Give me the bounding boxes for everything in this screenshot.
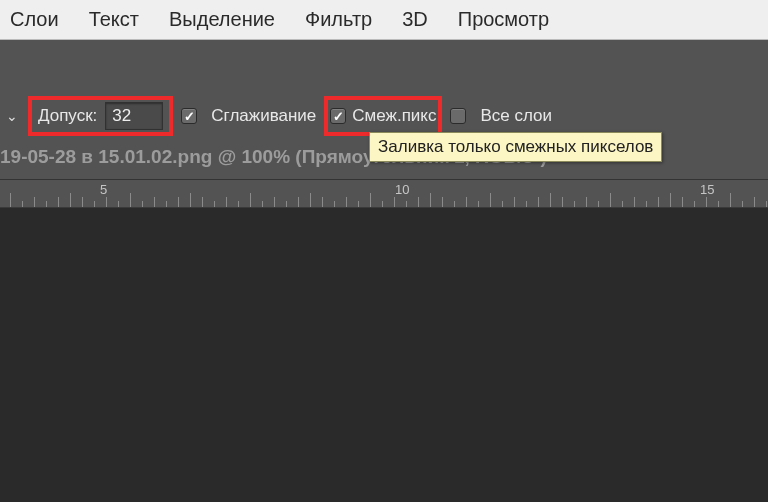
menu-view[interactable]: Просмотр: [458, 8, 549, 31]
ruler-tick: [238, 201, 239, 207]
menu-3d[interactable]: 3D: [402, 8, 428, 31]
ruler-tick: [730, 193, 731, 207]
ruler-tick: [34, 197, 35, 207]
ruler-tick: [706, 197, 707, 207]
ruler-tick: [214, 201, 215, 207]
tolerance-label: Допуск:: [38, 106, 97, 126]
ruler-tick: [682, 197, 683, 207]
ruler-tick: [46, 201, 47, 207]
ruler-tick: [142, 201, 143, 207]
ruler-tick: [166, 201, 167, 207]
ruler-tick: [274, 197, 275, 207]
contiguous-highlight: Смеж.пикс: [324, 96, 442, 136]
chevron-down-icon[interactable]: ⌄: [4, 108, 20, 124]
ruler-tick: [322, 197, 323, 207]
ruler-tick: [58, 197, 59, 207]
ruler-tick: [226, 197, 227, 207]
ruler-tick: [130, 193, 131, 207]
ruler-tick: [586, 197, 587, 207]
ruler-tick: [442, 197, 443, 207]
ruler-tick: [478, 201, 479, 207]
canvas-area[interactable]: [0, 208, 768, 502]
antialias-checkbox[interactable]: [181, 108, 197, 124]
ruler-tick: [742, 201, 743, 207]
ruler-label: 10: [395, 182, 409, 197]
ruler-tick: [334, 201, 335, 207]
all-layers-label[interactable]: Все слои: [480, 106, 552, 126]
ruler-tick: [466, 197, 467, 207]
ruler-tick: [106, 197, 107, 207]
ruler-tick: [262, 201, 263, 207]
ruler-tick: [526, 201, 527, 207]
ruler-tick: [298, 197, 299, 207]
ruler-tick: [754, 197, 755, 207]
ruler-tick: [502, 201, 503, 207]
contiguous-label[interactable]: Смеж.пикс: [352, 106, 436, 126]
ruler-tick: [490, 193, 491, 207]
ruler-tick: [10, 193, 11, 207]
ruler-tick: [718, 201, 719, 207]
ruler-tick: [22, 201, 23, 207]
ruler-tick: [394, 197, 395, 207]
ruler-tick: [550, 193, 551, 207]
ruler-tick: [418, 197, 419, 207]
menu-text[interactable]: Текст: [89, 8, 139, 31]
antialias-label[interactable]: Сглаживание: [211, 106, 316, 126]
ruler-tick: [406, 201, 407, 207]
ruler-tick: [250, 193, 251, 207]
ruler-tick: [538, 197, 539, 207]
menu-select[interactable]: Выделение: [169, 8, 275, 31]
main-menu-bar: Слои Текст Выделение Фильтр 3D Просмотр: [0, 0, 768, 40]
tolerance-input[interactable]: 32: [105, 102, 163, 130]
ruler-tick: [694, 201, 695, 207]
ruler-tick: [178, 197, 179, 207]
ruler-tick: [70, 193, 71, 207]
ruler-tick: [94, 201, 95, 207]
ruler-tick: [370, 193, 371, 207]
ruler-tick: [514, 197, 515, 207]
horizontal-ruler: 51015: [0, 180, 768, 208]
menu-layers[interactable]: Слои: [10, 8, 59, 31]
ruler-tick: [430, 193, 431, 207]
ruler-tick: [382, 201, 383, 207]
tooltip: Заливка только смежных пикселов: [369, 132, 662, 162]
ruler-tick: [646, 201, 647, 207]
tolerance-highlight: Допуск: 32: [28, 96, 173, 136]
ruler-label: 15: [700, 182, 714, 197]
ruler-tick: [358, 201, 359, 207]
all-layers-checkbox[interactable]: [450, 108, 466, 124]
contiguous-checkbox[interactable]: [330, 108, 346, 124]
ruler-tick: [202, 197, 203, 207]
ruler-tick: [154, 197, 155, 207]
ruler-tick: [562, 197, 563, 207]
ruler-tick: [310, 193, 311, 207]
tool-options-bar: ⌄ Допуск: 32 Сглаживание Смеж.пикс Все с…: [0, 92, 768, 140]
ruler-tick: [670, 193, 671, 207]
ruler-tick: [286, 201, 287, 207]
spacer: [0, 40, 768, 92]
ruler-label: 5: [100, 182, 107, 197]
ruler-tick: [82, 197, 83, 207]
ruler-tick: [598, 201, 599, 207]
ruler-tick: [658, 197, 659, 207]
ruler-tick: [118, 201, 119, 207]
ruler-tick: [610, 193, 611, 207]
ruler-tick: [574, 201, 575, 207]
ruler-tick: [190, 193, 191, 207]
ruler-tick: [634, 197, 635, 207]
ruler-tick: [454, 201, 455, 207]
ruler-tick: [766, 201, 767, 207]
menu-filter[interactable]: Фильтр: [305, 8, 372, 31]
ruler-tick: [346, 197, 347, 207]
ruler-tick: [622, 201, 623, 207]
